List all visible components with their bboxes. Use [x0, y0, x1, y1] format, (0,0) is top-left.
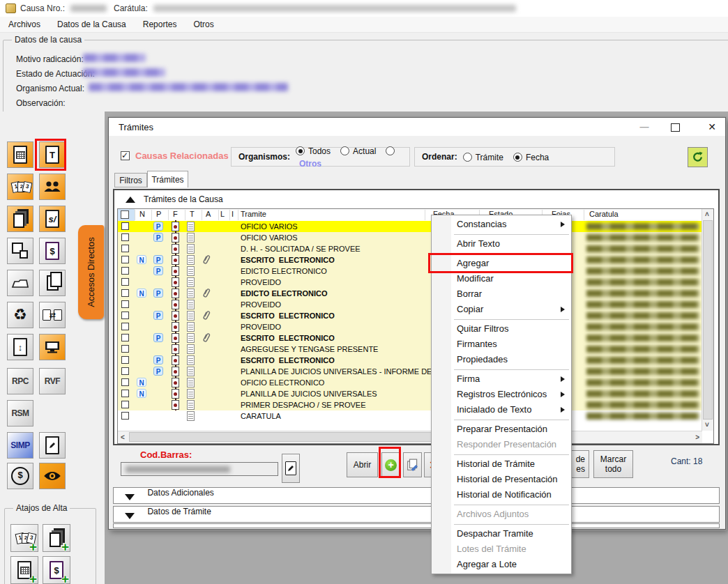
table-row[interactable]: NPESCRITO ELECTRONICO [118, 254, 702, 266]
table-row[interactable]: NOFICIO ELECTRONICO [118, 377, 702, 388]
accesos-directos-tab[interactable]: Accesos Directos [78, 225, 104, 319]
radio-fecha[interactable] [513, 153, 522, 162]
section-header[interactable]: Trámites de la Causa [114, 192, 718, 207]
menu-item-registros-electronicos[interactable]: Registros Electrónicos [432, 387, 571, 402]
table-row[interactable]: CARATULA [118, 410, 702, 422]
menu-item-abrir-texto[interactable]: Abrir Texto [432, 236, 571, 252]
menu-reportes[interactable]: Reportes [135, 20, 185, 29]
menu-item-historial-de-notificacion[interactable]: Historial de Notificación [432, 487, 571, 502]
table-row[interactable]: PESCRITO ELECTRONICO [118, 310, 702, 321]
menu-item-constancias[interactable]: Constancias [432, 217, 571, 232]
column-header-l[interactable]: L [220, 210, 225, 218]
menu-otros[interactable]: Otros [185, 20, 222, 29]
menu-item-despachar-tramite[interactable]: Despachar Tramite [432, 526, 571, 541]
intercambio-button[interactable]: ⇄ [39, 302, 66, 328]
row-checkbox[interactable] [121, 267, 129, 275]
row-checkbox[interactable] [121, 412, 129, 420]
menu-item-borrar[interactable]: Borrar [432, 286, 571, 302]
table-row[interactable]: NPLANILLA DE JUICIOS UNIVERSALES [118, 388, 702, 399]
column-header-tramite[interactable]: Tramite [241, 210, 266, 218]
minimize-button[interactable]: — [637, 121, 651, 132]
vertical-scroll-thumb[interactable] [703, 220, 713, 420]
table-row[interactable]: PESCRITO ELECTRONICO [118, 332, 702, 344]
rsm-button[interactable]: RSM [7, 400, 33, 427]
menu-item-copiar[interactable]: Copiar [432, 302, 571, 317]
menu-datos-de-la-causa[interactable]: Datos de la Causa [49, 20, 135, 29]
column-header-t[interactable]: T [190, 210, 195, 218]
row-checkbox[interactable] [121, 289, 129, 297]
copias-button[interactable] [7, 206, 33, 232]
marcar-todo-button[interactable]: Marcar todo [593, 450, 633, 478]
row-checkbox[interactable] [121, 367, 129, 375]
column-header-a[interactable]: A [206, 210, 211, 218]
mover-documento-button[interactable]: ↕ [7, 334, 33, 360]
table-row[interactable]: PRIMER DESPACHO / SE PROVEE [118, 399, 702, 410]
column-header-i[interactable]: I [232, 210, 234, 218]
table-row[interactable]: PESCRITO ELECTRONICO [118, 355, 702, 366]
ver-button[interactable] [39, 463, 66, 489]
row-checkbox[interactable] [121, 233, 129, 241]
scroll-down-icon[interactable]: ˅ [705, 422, 709, 429]
row-checkbox[interactable] [121, 222, 129, 230]
header-select-all[interactable] [118, 209, 135, 221]
column-header-caratula[interactable]: Caratula [589, 210, 619, 218]
carpeta-button[interactable] [7, 270, 33, 296]
menu-item-firma[interactable]: Firma [432, 371, 571, 387]
barcode-edit-button[interactable] [282, 454, 300, 483]
menu-item-firmantes[interactable]: Firmantes [432, 337, 571, 352]
pago-documento-button[interactable]: $ [39, 238, 66, 264]
rpc-button[interactable]: RPC [7, 368, 33, 394]
table-row[interactable]: PEDICTO ELECTRONICO [118, 266, 702, 277]
row-checkbox[interactable] [121, 300, 129, 308]
agenda-alta-button[interactable]: + [10, 556, 38, 584]
row-checkbox[interactable] [121, 256, 129, 263]
row-checkbox[interactable] [121, 323, 129, 330]
row-checkbox[interactable] [121, 390, 129, 397]
equipo-button[interactable] [39, 334, 66, 360]
menu-item-modificar[interactable]: Modificar [432, 271, 571, 286]
tab-filtros[interactable]: Filtros [114, 173, 147, 187]
datos-adicionales-bar[interactable]: Datos Adicionales [113, 487, 720, 504]
menu-item-inicialado-de-texto[interactable]: Inicialado de Texto [432, 402, 571, 417]
personas-button[interactable] [39, 174, 66, 200]
rvf-button[interactable]: RVF [39, 368, 66, 394]
radio-tramite[interactable] [463, 153, 472, 162]
table-row[interactable]: PPLANILLA DE JUICIOS UNIVERSALES - INFOR… [118, 366, 702, 377]
datos-tramite-bar[interactable]: Datos de Trámite [113, 506, 720, 523]
tab-tramites[interactable]: Trámites [147, 171, 188, 187]
row-checkbox[interactable] [121, 401, 129, 408]
menu-item-propiedades[interactable]: Propiedades [432, 352, 571, 367]
causas-relacionadas-checkbox[interactable] [121, 151, 130, 160]
radio-otros[interactable] [386, 146, 395, 155]
numeros-alta-button[interactable]: 123+ [10, 524, 38, 552]
abrir-button[interactable]: Abrir [347, 452, 378, 477]
refresh-button[interactable] [688, 147, 708, 167]
row-checkbox[interactable] [121, 378, 129, 386]
table-row[interactable]: POFICIO VARIOS [118, 232, 702, 243]
dialog-titlebar[interactable]: Trámites [109, 118, 725, 136]
vertical-scrollbar[interactable]: ˄ ˅ [702, 209, 713, 431]
column-header-p[interactable]: P [156, 210, 161, 218]
menu-item-quitar-filtros[interactable]: Quitar Filtros [432, 321, 571, 337]
row-checkbox[interactable] [121, 312, 129, 319]
row-checkbox[interactable] [121, 334, 129, 341]
row-checkbox[interactable] [121, 356, 129, 364]
sign-button[interactable] [403, 452, 422, 477]
scroll-up-icon[interactable]: ˄ [705, 211, 709, 218]
row-checkbox[interactable] [121, 345, 129, 353]
row-checkbox[interactable] [121, 278, 129, 286]
table-row[interactable]: AGREGUESE Y TENGASE PRESENTE [118, 344, 702, 355]
menu-archivos[interactable]: Archivos [0, 20, 49, 29]
copias-alta-button[interactable]: + [43, 524, 70, 552]
radio-todos[interactable] [296, 146, 305, 155]
simp-button[interactable]: SIMP [7, 432, 33, 459]
scroll-right-icon[interactable]: > [695, 434, 699, 441]
radio-actual[interactable] [340, 146, 349, 155]
sello-button[interactable]: s/ [39, 206, 66, 232]
close-button[interactable]: ✕ [705, 121, 719, 132]
menu-item-agregar-a-lote[interactable]: Agregar a Lote [432, 557, 571, 572]
table-header[interactable]: NPFTALITramiteFechaEstadoFojasCaratula [118, 209, 702, 222]
maximize-button[interactable] [671, 123, 680, 132]
horizontal-scrollbar[interactable]: < > [118, 431, 702, 443]
numeros-button[interactable]: 123 [7, 174, 33, 200]
